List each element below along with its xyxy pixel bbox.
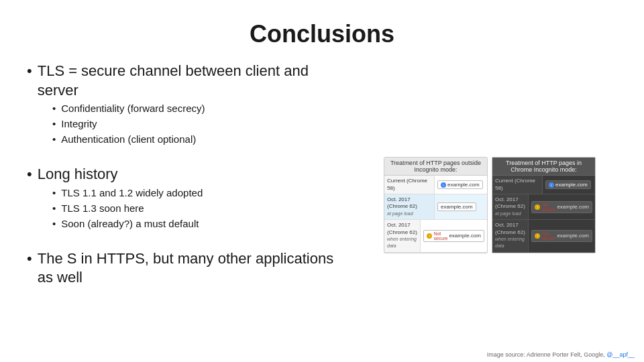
section-https: • The S in HTTPS, but many other applica…: [27, 249, 349, 289]
table-row-left-1: Oct. 2017 (Chrome 62) at page load examp…: [384, 194, 487, 220]
bullet-main-history: • Long history: [27, 165, 349, 184]
table-row-right-2: Oct. 2017 (Chrome 62) when entering data…: [492, 220, 595, 253]
sub-dot-history-0: •: [52, 186, 56, 200]
row-content-2-right: ! Not secure example.com: [529, 220, 595, 252]
row-content-1-left: example.com: [435, 194, 487, 219]
row-content-0-left: i example.com: [435, 176, 487, 194]
row-label-0-right: Current (Chrome 58): [492, 176, 543, 194]
sub-text-tls-2: Authentication (client optional): [61, 132, 196, 146]
section-tls: • TLS = secure channel between client an…: [27, 62, 349, 152]
row-label-1-left: Oct. 2017 (Chrome 62) at page load: [384, 194, 435, 219]
sub-dot-tls-1: •: [52, 117, 56, 131]
url-pill-1-left: example.com: [437, 202, 476, 211]
table-row-left-0: Current (Chrome 58) i example.com: [384, 176, 487, 194]
row-label-2-left: Oct. 2017 (Chrome 62) when entering data: [384, 220, 421, 252]
sub-bullets-history: • TLS 1.1 and 1.2 widely adopted • TLS 1…: [27, 186, 349, 231]
slide-title: Conclusions: [27, 13, 617, 48]
sub-bullet-tls-2: • Authentication (client optional): [52, 132, 349, 146]
screenshot-container: Treatment of HTTP pages outside Incognit…: [384, 157, 596, 253]
sub-bullet-history-0: • TLS 1.1 and 1.2 widely adopted: [52, 186, 349, 200]
content-area: • TLS = secure channel between client an…: [27, 62, 617, 349]
sub-bullet-tls-0: • Confidentiality (forward secrecy): [52, 101, 349, 115]
sub-dot-tls-0: •: [52, 101, 56, 115]
bullet-dot-https: •: [27, 249, 32, 269]
sub-text-history-1: TLS 1.3 soon here: [61, 201, 144, 215]
sub-dot-tls-2: •: [52, 132, 56, 146]
url-pill-0-left: i example.com: [437, 180, 483, 189]
left-column: • TLS = secure channel between client an…: [27, 62, 349, 349]
bullet-main-tls: • TLS = secure channel between client an…: [27, 62, 349, 100]
info-icon-0-left: i: [441, 182, 446, 188]
sub-text-tls-1: Integrity: [61, 117, 97, 131]
url-pill-1-right: ! Not secure example.com: [531, 201, 592, 213]
bullet-text-tls: TLS = secure channel between client and …: [38, 62, 349, 100]
screenshot-right: Treatment of HTTP pages in Chrome Incogn…: [492, 157, 596, 253]
section-history: • Long history • TLS 1.1 and 1.2 widely …: [27, 165, 349, 236]
row-content-0-right: i example.com: [543, 176, 595, 194]
bullet-main-https: • The S in HTTPS, but many other applica…: [27, 249, 349, 288]
bullet-text-history: Long history: [38, 165, 118, 184]
url-pill-2-right: ! Not secure example.com: [531, 230, 592, 242]
slide: Conclusions • TLS = secure channel betwe…: [0, 0, 644, 362]
sub-bullet-tls-1: • Integrity: [52, 117, 349, 131]
warn-icon-2-left: !: [427, 233, 432, 239]
url-pill-0-right: i example.com: [545, 180, 591, 189]
bullet-text-https: The S in HTTPS, but many other applicati…: [38, 249, 349, 288]
info-icon-0-right: i: [549, 182, 554, 188]
footer-text: Image source: Adrienne Porter Felt, Goog…: [487, 351, 605, 358]
sub-text-tls-0: Confidentiality (forward secrecy): [61, 101, 205, 115]
row-label-1-right: Oct. 2017 (Chrome 62) at page load: [492, 194, 529, 219]
warn-icon-2-right: !: [535, 233, 540, 239]
sub-text-history-2: Soon (already?) a must default: [61, 217, 199, 231]
bullet-dot-history: •: [27, 165, 32, 184]
row-content-2-left: ! Not secure example.com: [421, 220, 487, 252]
sub-bullet-history-2: • Soon (already?) a must default: [52, 217, 349, 231]
row-label-2-right: Oct. 2017 (Chrome 62) when entering data: [492, 220, 529, 252]
bullet-dot-tls: •: [27, 62, 32, 81]
sub-dot-history-2: •: [52, 217, 56, 231]
sub-dot-history-1: •: [52, 201, 56, 215]
row-label-0-left: Current (Chrome 58): [384, 176, 435, 194]
warn-icon-1-right: !: [535, 204, 540, 210]
sub-text-history-0: TLS 1.1 and 1.2 widely adopted: [61, 186, 203, 200]
sub-bullet-history-1: • TLS 1.3 soon here: [52, 201, 349, 215]
row-content-1-right: ! Not secure example.com: [529, 194, 595, 219]
col-header-left: Treatment of HTTP pages outside Incognit…: [384, 158, 487, 176]
sub-bullets-tls: • Confidentiality (forward secrecy) • In…: [27, 101, 349, 146]
footer-link[interactable]: @__apf__: [606, 351, 635, 358]
right-column: Treatment of HTTP pages outside Incognit…: [362, 62, 617, 349]
table-row-right-1: Oct. 2017 (Chrome 62) at page load ! Not…: [492, 194, 595, 220]
screenshot-left: Treatment of HTTP pages outside Incognit…: [384, 157, 488, 253]
url-pill-2-left: ! Not secure example.com: [423, 230, 484, 242]
table-row-right-0: Current (Chrome 58) i example.com: [492, 176, 595, 194]
table-row-left-2: Oct. 2017 (Chrome 62) when entering data…: [384, 220, 487, 253]
col-header-right: Treatment of HTTP pages in Chrome Incogn…: [492, 158, 595, 176]
footer-note: Image source: Adrienne Porter Felt, Goog…: [487, 351, 635, 358]
